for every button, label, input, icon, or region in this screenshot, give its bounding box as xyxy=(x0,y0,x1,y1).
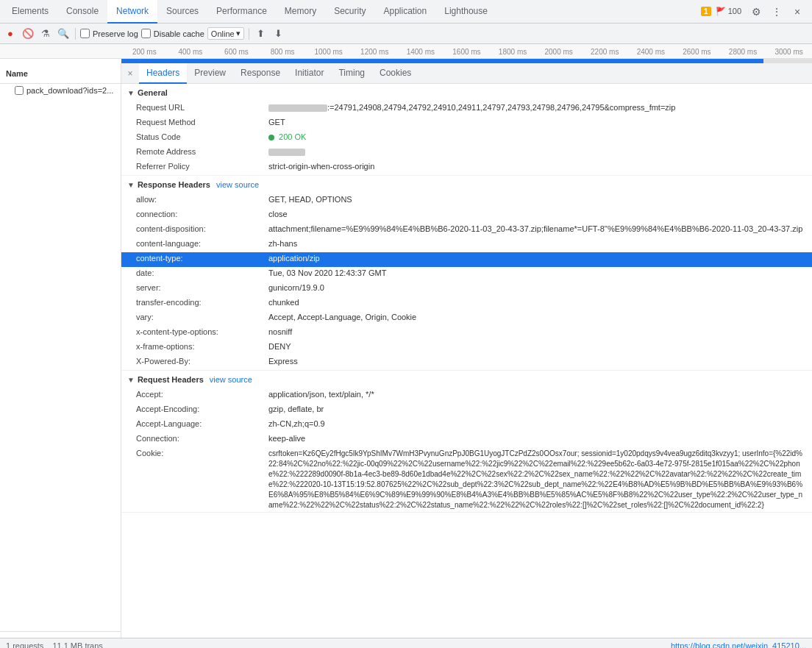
tab-lighthouse[interactable]: Lighthouse xyxy=(435,0,496,24)
chevron-down-icon: ▾ xyxy=(236,29,241,38)
separator-2 xyxy=(249,28,249,40)
timeline-label: 1800 ms xyxy=(490,48,536,56)
status-text: 200 OK xyxy=(279,132,306,141)
content-disposition-row: content-disposition: attachment;filename… xyxy=(121,223,812,238)
timeline-label: 1600 ms xyxy=(444,48,490,56)
connection-req-row: Connection: keep-alive xyxy=(121,432,812,447)
right-panel: × Headers Preview Response Initiator Tim… xyxy=(121,63,812,638)
devtools-tab-bar: Elements Console Network Sources Perform… xyxy=(0,0,812,24)
disable-cache-checkbox[interactable] xyxy=(141,29,151,38)
content-language-value: zh-hans xyxy=(268,239,806,248)
x-powered-by-label: X-Powered-By: xyxy=(136,357,268,366)
content-language-row: content-language: zh-hans xyxy=(121,238,812,252)
tab-memory[interactable]: Memory xyxy=(276,0,325,24)
filter-button[interactable]: ⚗ xyxy=(38,26,53,41)
accept-row: Accept: application/json, text/plain, */… xyxy=(121,388,812,403)
remote-address-row: Remote Address xyxy=(121,146,812,160)
remote-address-value xyxy=(268,147,806,156)
settings-icon[interactable]: ⚙ xyxy=(747,3,765,21)
request-view-source[interactable]: view source xyxy=(210,375,252,384)
status-code-label: Status Code xyxy=(136,132,268,141)
request-url-row: Request URL :=24791,24908,24794,24792,24… xyxy=(121,102,812,116)
timeline-label: 600 ms xyxy=(213,48,260,56)
tab-network[interactable]: Network xyxy=(107,0,157,24)
sub-tab-cookies[interactable]: Cookies xyxy=(372,63,419,84)
sub-tab-preview[interactable]: Preview xyxy=(187,63,233,84)
server-value: gunicorn/19.9.0 xyxy=(268,283,806,292)
request-headers-title[interactable]: ▼ Request Headers view source xyxy=(121,371,812,388)
url-blurred xyxy=(268,104,327,112)
devtools-icons: 1 🚩 100 ⚙ ⋮ × xyxy=(701,3,809,21)
sub-tab-initiator[interactable]: Initiator xyxy=(288,63,331,84)
timeline-label: 2200 ms xyxy=(582,48,628,56)
disable-cache-label[interactable]: Disable cache xyxy=(141,29,204,38)
search-button[interactable]: 🔍 xyxy=(56,26,71,41)
remote-addr-blurred xyxy=(268,149,305,156)
remote-address-label: Remote Address xyxy=(136,147,268,156)
arrow-icon: ▼ xyxy=(127,376,135,384)
accept-encoding-row: Accept-Encoding: gzip, deflate, br xyxy=(121,403,812,418)
connection-label: connection: xyxy=(136,210,268,218)
headers-content[interactable]: ▼ General Request URL :=24791,24908,2479… xyxy=(121,84,812,638)
clear-button[interactable]: 🚫 xyxy=(21,26,35,41)
date-row: date: Tue, 03 Nov 2020 12:43:37 GMT xyxy=(121,267,812,282)
tab-elements[interactable]: Elements xyxy=(3,0,57,24)
import-button[interactable]: ⬆ xyxy=(254,26,268,41)
more-icon[interactable]: ⋮ xyxy=(768,3,786,21)
sub-tab-close-btn[interactable]: × xyxy=(124,68,136,79)
x-content-type-row: x-content-type-options: nosniff xyxy=(121,326,812,341)
status-bar-link[interactable]: https://blog.csdn.net/weixin_415210... xyxy=(671,641,806,649)
request-url-label: Request URL xyxy=(136,103,268,112)
sub-tab-headers[interactable]: Headers xyxy=(139,63,187,84)
response-headers-section: ▼ Response Headers view source allow: GE… xyxy=(121,176,812,371)
tab-security[interactable]: Security xyxy=(325,0,374,24)
content-type-label: content-type: xyxy=(136,254,268,263)
export-button[interactable]: ⬇ xyxy=(271,26,286,41)
content-disposition-label: content-disposition: xyxy=(136,224,268,233)
network-throttle-select[interactable]: Online ▾ xyxy=(207,27,244,40)
request-checkbox[interactable] xyxy=(15,86,24,95)
tab-console[interactable]: Console xyxy=(57,0,107,24)
status-code-row: Status Code 200 OK xyxy=(121,131,812,146)
status-bar: 1 requests 11.1 MB trans https://blog.cs… xyxy=(0,638,812,648)
record-button[interactable]: ● xyxy=(3,26,18,41)
accept-language-label: Accept-Language: xyxy=(136,419,268,428)
timeline-label: 1400 ms xyxy=(398,48,444,56)
server-row: server: gunicorn/19.9.0 xyxy=(121,282,812,296)
vary-value: Accept, Accept-Language, Origin, Cookie xyxy=(268,313,806,321)
server-label: server: xyxy=(136,283,268,292)
allow-value: GET, HEAD, OPTIONS xyxy=(268,195,806,204)
tab-application[interactable]: Application xyxy=(375,0,436,24)
x-powered-by-row: X-Powered-By: Express xyxy=(121,355,812,370)
content-type-row: content-type: application/zip xyxy=(121,252,812,267)
preserve-log-checkbox[interactable] xyxy=(80,29,90,38)
referrer-policy-row: Referrer Policy strict-origin-when-cross… xyxy=(121,160,812,175)
timeline-label: 2400 ms xyxy=(628,48,674,56)
network-request-item[interactable]: pack_download?ids=2... xyxy=(0,84,121,97)
transfer-encoding-label: transfer-encoding: xyxy=(136,298,268,307)
timeline-label: 800 ms xyxy=(260,48,306,56)
accept-language-row: Accept-Language: zh-CN,zh;q=0.9 xyxy=(121,418,812,432)
sub-tab-response[interactable]: Response xyxy=(233,63,288,84)
general-section: ▼ General Request URL :=24791,24908,2479… xyxy=(121,84,812,176)
network-toolbar: ● 🚫 ⚗ 🔍 Preserve log Disable cache Onlin… xyxy=(0,24,812,44)
request-method-label: Request Method xyxy=(136,118,268,127)
response-headers-title[interactable]: ▼ Response Headers view source xyxy=(121,176,812,193)
timeline-bar xyxy=(121,59,763,63)
general-section-title[interactable]: ▼ General xyxy=(121,84,812,102)
sub-tab-timing[interactable]: Timing xyxy=(331,63,372,84)
timeline-label: 2800 ms xyxy=(720,48,766,56)
status-dot xyxy=(268,135,274,140)
timeline-label: 2000 ms xyxy=(535,48,582,56)
tab-performance[interactable]: Performance xyxy=(207,0,276,24)
preserve-log-label[interactable]: Preserve log xyxy=(80,29,138,38)
x-frame-value: DENY xyxy=(268,342,806,351)
cookie-label: Cookie: xyxy=(136,449,268,457)
tab-sources[interactable]: Sources xyxy=(157,0,207,24)
timeline-container: 200 ms 400 ms 600 ms 800 ms 1000 ms 1200… xyxy=(0,44,812,59)
status-code-value: 200 OK xyxy=(268,132,806,141)
sub-tabs: × Headers Preview Response Initiator Tim… xyxy=(121,63,812,84)
response-view-source[interactable]: view source xyxy=(216,180,259,189)
close-icon[interactable]: × xyxy=(788,3,806,21)
transfer-encoding-value: chunked xyxy=(268,298,806,307)
